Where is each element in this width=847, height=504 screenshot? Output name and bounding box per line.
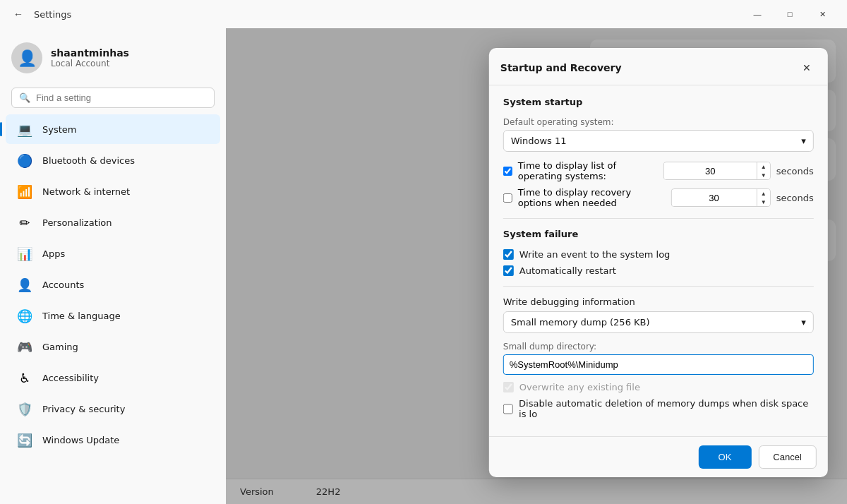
- spinner-up-1[interactable]: ▲: [757, 162, 770, 171]
- time-display-list-checkbox[interactable]: [503, 167, 512, 176]
- sidebar-item-label: Privacy & security: [42, 404, 125, 414]
- sidebar-item-label: Bluetooth & devices: [42, 155, 135, 166]
- time-display-list-label: Time to display list of operating system…: [518, 160, 658, 181]
- sidebar-item-update[interactable]: 🔄 Windows Update: [6, 425, 220, 455]
- sidebar-item-bluetooth[interactable]: 🔵 Bluetooth & devices: [6, 145, 220, 175]
- system-failure-section: System failure: [503, 229, 814, 239]
- startup-recovery-modal: Startup and Recovery ✕ System startup De…: [489, 48, 828, 477]
- time-display-list-value[interactable]: [664, 163, 757, 179]
- sidebar-item-privacy[interactable]: 🛡️ Privacy & security: [6, 394, 220, 424]
- time-recovery-row: Time to display recovery options when ne…: [503, 187, 814, 208]
- time-icon: 🌐: [17, 308, 32, 323]
- disable-auto-label: Disable automatic deletion of memory dum…: [519, 398, 814, 419]
- update-icon: 🔄: [17, 432, 32, 448]
- close-button[interactable]: ✕: [806, 3, 839, 25]
- profile-info: shaantminhas Local Account: [51, 47, 129, 68]
- spinner-up-2[interactable]: ▲: [757, 189, 770, 198]
- default-os-label: Default operating system:: [503, 117, 814, 127]
- search-input[interactable]: [36, 92, 207, 103]
- time-display-list-row: Time to display list of operating system…: [503, 160, 814, 181]
- auto-restart-label: Automatically restart: [519, 265, 616, 276]
- dump-dir-label: Small dump directory:: [503, 342, 814, 352]
- sidebar-item-system[interactable]: 💻 System: [6, 114, 220, 144]
- search-icon: 🔍: [19, 92, 30, 103]
- debug-info-label: Write debugging information: [503, 296, 814, 307]
- search-box[interactable]: 🔍: [11, 88, 215, 108]
- modal-close-button[interactable]: ✕: [797, 58, 817, 78]
- personalization-icon: ✏️: [17, 215, 32, 230]
- time-display-list-input[interactable]: ▲ ▼: [663, 162, 771, 180]
- disable-auto-row: Disable automatic deletion of memory dum…: [503, 398, 814, 419]
- maximize-button[interactable]: □: [774, 3, 806, 25]
- avatar: 👤: [11, 42, 42, 73]
- time-display-list-unit: seconds: [776, 166, 814, 176]
- time-recovery-value[interactable]: [672, 190, 757, 206]
- back-button[interactable]: ←: [8, 4, 28, 24]
- network-icon: 📶: [17, 184, 32, 199]
- sidebar-item-label: Accessibility: [42, 373, 99, 383]
- write-event-row: Write an event to the system log: [503, 249, 814, 260]
- modal-title-bar: Startup and Recovery ✕: [489, 48, 828, 85]
- content-area: 👤 shaantminhas Local Account 🔍 💻 System …: [0, 28, 847, 504]
- sidebar-item-label: Time & language: [42, 311, 121, 321]
- main-content: Rename this PC Copy ▲: [226, 28, 847, 504]
- sidebar-item-label: Personalization: [42, 217, 112, 228]
- debug-dropdown-value: Small memory dump (256 KB): [511, 317, 650, 328]
- modal-title: Startup and Recovery: [500, 62, 622, 73]
- time-spinners-1: ▲ ▼: [757, 162, 770, 179]
- sidebar: 👤 shaantminhas Local Account 🔍 💻 System …: [0, 28, 226, 504]
- write-event-label: Write an event to the system log: [519, 249, 671, 260]
- auto-restart-checkbox[interactable]: [503, 265, 514, 276]
- sidebar-item-gaming[interactable]: 🎮 Gaming: [6, 332, 220, 361]
- spinner-down-2[interactable]: ▼: [757, 198, 770, 206]
- privacy-icon: 🛡️: [17, 401, 32, 416]
- spinner-down-1[interactable]: ▼: [757, 171, 770, 179]
- cancel-button[interactable]: Cancel: [758, 445, 816, 469]
- separator-1: [503, 218, 814, 219]
- os-dropdown-value: Windows 11: [511, 136, 567, 146]
- sidebar-item-label: Accounts: [42, 280, 84, 290]
- time-recovery-label: Time to display recovery options when ne…: [518, 187, 666, 208]
- sidebar-item-network[interactable]: 📶 Network & internet: [6, 176, 220, 206]
- sidebar-item-label: Apps: [42, 248, 65, 259]
- dropdown-arrow: ▾: [801, 136, 806, 146]
- sidebar-item-time[interactable]: 🌐 Time & language: [6, 301, 220, 330]
- sidebar-item-label: Gaming: [42, 342, 78, 352]
- accessibility-icon: ♿: [17, 370, 32, 385]
- sidebar-item-label: System: [42, 124, 76, 135]
- gaming-icon: 🎮: [17, 339, 32, 354]
- time-recovery-unit: seconds: [776, 193, 814, 203]
- sidebar-item-personalization[interactable]: ✏️ Personalization: [6, 208, 220, 237]
- bluetooth-icon: 🔵: [17, 152, 32, 168]
- profile-name: shaantminhas: [51, 47, 129, 59]
- app-title: Settings: [34, 9, 71, 20]
- dump-dir-input[interactable]: [503, 354, 814, 375]
- write-event-checkbox[interactable]: [503, 249, 514, 260]
- sidebar-item-label: Windows Update: [42, 435, 119, 445]
- sidebar-item-label: Network & internet: [42, 186, 130, 197]
- overwrite-row: Overwrite any existing file: [503, 382, 814, 392]
- os-dropdown[interactable]: Windows 11 ▾: [503, 130, 814, 152]
- modal-footer: OK Cancel: [489, 436, 828, 477]
- overwrite-label: Overwrite any existing file: [519, 382, 640, 392]
- sidebar-item-accounts[interactable]: 👤 Accounts: [6, 270, 220, 299]
- debug-dropdown[interactable]: Small memory dump (256 KB) ▾: [503, 311, 814, 333]
- accounts-icon: 👤: [17, 277, 32, 292]
- debug-dropdown-arrow: ▾: [801, 317, 806, 328]
- profile-section: 👤 shaantminhas Local Account: [0, 34, 226, 82]
- apps-icon: 📊: [17, 246, 32, 261]
- ok-button[interactable]: OK: [699, 445, 752, 469]
- minimize-button[interactable]: —: [741, 3, 774, 25]
- time-recovery-input[interactable]: ▲ ▼: [671, 188, 771, 207]
- disable-auto-checkbox[interactable]: [503, 404, 513, 414]
- system-startup-section: System startup: [503, 97, 814, 107]
- overwrite-checkbox[interactable]: [503, 382, 514, 392]
- system-icon: 💻: [17, 121, 32, 137]
- title-bar: ← Settings — □ ✕: [0, 0, 847, 28]
- profile-account-type: Local Account: [51, 59, 129, 68]
- time-spinners-2: ▲ ▼: [757, 189, 770, 206]
- time-recovery-checkbox[interactable]: [503, 193, 512, 203]
- sidebar-item-accessibility[interactable]: ♿ Accessibility: [6, 363, 220, 392]
- auto-restart-row: Automatically restart: [503, 265, 814, 276]
- sidebar-item-apps[interactable]: 📊 Apps: [6, 239, 220, 268]
